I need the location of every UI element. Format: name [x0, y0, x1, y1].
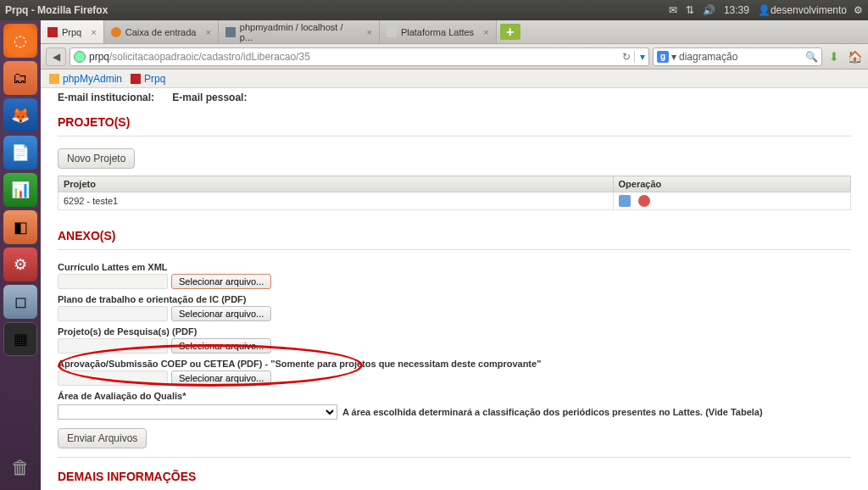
- enviar-arquivos-button[interactable]: Enviar Arquivos: [58, 428, 147, 448]
- home-icon[interactable]: 🏠: [846, 48, 863, 65]
- file-button-curriculo[interactable]: Selecionar arquivo...: [171, 274, 271, 289]
- close-tab-icon[interactable]: ×: [205, 27, 210, 37]
- search-bar[interactable]: g ▾ diagramação 🔍: [653, 47, 822, 66]
- url-host: prpq: [89, 51, 109, 63]
- tab-inbox[interactable]: Caixa de entrada ×: [104, 20, 219, 43]
- file-slot-curriculo: [58, 274, 168, 289]
- bookmark-phpmyadmin[interactable]: phpMyAdmin: [49, 73, 122, 85]
- unity-launcher: ◌ 🗂 🦊 📄 📊 ◧ ⚙ ◻ ▦ 🗑: [0, 20, 41, 490]
- file-button-projetos[interactable]: Selecionar arquivo...: [171, 338, 271, 354]
- projetos-table: Projeto Operação 6292 - teste1: [58, 175, 851, 210]
- tab-phpmyadmin[interactable]: phpmyadmin / localhost / p... ×: [219, 20, 380, 43]
- writer-icon[interactable]: 📄: [3, 136, 37, 170]
- url-bar[interactable]: prpq/solicitacaopadraoic/cadastro/idLibe…: [70, 47, 649, 66]
- mail-indicator-icon[interactable]: ✉: [669, 4, 677, 16]
- system-menubar: Prpq - Mozilla Firefox ✉ ⇅ 🔊 13:39 👤 des…: [0, 0, 868, 20]
- qualis-note: A área escolhida determinará a classific…: [342, 407, 763, 417]
- favicon-inbox-icon: [111, 27, 121, 37]
- close-tab-icon[interactable]: ×: [91, 27, 96, 37]
- close-tab-icon[interactable]: ×: [366, 27, 371, 37]
- files-icon[interactable]: 🗂: [3, 61, 37, 95]
- file-button-aprov[interactable]: Selecionar arquivo...: [171, 370, 271, 386]
- workspace-switcher-icon[interactable]: ▦: [3, 322, 37, 356]
- th-operacao: Operação: [613, 176, 851, 192]
- novo-projeto-button[interactable]: Novo Projeto: [58, 148, 135, 169]
- sound-icon[interactable]: 🔊: [703, 4, 715, 16]
- favicon-prpq-icon: [47, 27, 58, 37]
- file-slot-aprov: [58, 370, 168, 386]
- favicon-pma-icon: [225, 27, 236, 37]
- app2-icon[interactable]: ◻: [3, 285, 37, 319]
- favicon-lattes-icon: [387, 27, 397, 37]
- edit-icon[interactable]: [619, 195, 631, 207]
- dash-icon[interactable]: ◌: [3, 24, 37, 58]
- firefox-icon[interactable]: 🦊: [3, 98, 37, 132]
- bookmarks-toolbar: phpMyAdmin Prpq: [41, 70, 868, 88]
- firefox-window: Prpq × Caixa de entrada × phpmyadmin / l…: [41, 20, 868, 490]
- section-demais: DEMAIS INFORMAÇÕES: [58, 470, 851, 483]
- go-button[interactable]: ▾: [634, 51, 645, 63]
- app-icon[interactable]: ◧: [3, 210, 37, 244]
- search-go-icon[interactable]: 🔍: [805, 51, 818, 63]
- table-row: 6292 - teste1: [58, 192, 851, 210]
- th-projeto: Projeto: [58, 176, 614, 192]
- divider: [58, 457, 851, 458]
- divider: [58, 249, 851, 250]
- search-term: diagramação: [679, 51, 737, 63]
- tab-strip: Prpq × Caixa de entrada × phpmyadmin / l…: [41, 20, 868, 44]
- tab-lattes[interactable]: Plataforma Lattes ×: [380, 20, 497, 43]
- new-tab-button[interactable]: +: [500, 24, 520, 40]
- file-slot-projetos: [58, 338, 168, 354]
- cell-projeto: 6292 - teste1: [58, 192, 614, 210]
- settings-icon[interactable]: ⚙: [3, 248, 37, 281]
- bookmark-pma-icon: [49, 74, 59, 84]
- clock[interactable]: 13:39: [724, 4, 749, 16]
- url-path: /solicitacaopadraoic/cadastro/idLiberaca…: [109, 51, 310, 63]
- tab-prpq[interactable]: Prpq ×: [41, 20, 104, 43]
- email-labels: E-mail institucional: E-mail pessoal:: [58, 92, 851, 103]
- window-title: Prpq - Mozilla Firefox: [5, 4, 108, 16]
- google-engine-icon[interactable]: g: [657, 51, 669, 63]
- label-projetos-pdf: Projeto(s) de Pesquisa(s) (PDF): [58, 326, 851, 337]
- navigation-toolbar: ◀ prpq/solicitacaopadraoic/cadastro/idLi…: [41, 44, 868, 70]
- label-qualis: Área de Avaliação do Qualis*: [58, 391, 851, 401]
- section-anexos: ANEXO(S): [58, 229, 851, 242]
- network-icon[interactable]: ⇅: [686, 4, 694, 16]
- site-identity-icon[interactable]: [74, 51, 86, 63]
- system-gear-icon[interactable]: ⚙: [854, 4, 863, 16]
- delete-icon[interactable]: [638, 195, 650, 207]
- user-menu[interactable]: 👤 desenvolvimento: [758, 4, 847, 16]
- close-tab-icon[interactable]: ×: [483, 27, 488, 37]
- bookmark-prpq[interactable]: Prpq: [131, 73, 165, 85]
- label-plano: Plano de trabalho e orientação de IC (PD…: [58, 294, 851, 304]
- label-aprovacao: Aprovação/Submissão COEP ou CETEA (PDF) …: [58, 359, 851, 369]
- qualis-select[interactable]: [58, 404, 337, 420]
- label-curriculo: Currículo Lattes em XML: [58, 262, 851, 272]
- section-projetos: PROJETO(S): [58, 115, 851, 129]
- file-slot-plano: [58, 306, 168, 321]
- calc-icon[interactable]: 📊: [3, 173, 37, 207]
- bookmark-prpq-icon: [131, 74, 141, 84]
- trash-icon[interactable]: 🗑: [3, 451, 37, 485]
- file-button-plano[interactable]: Selecionar arquivo...: [171, 306, 271, 321]
- downloads-icon[interactable]: ⬇: [826, 48, 843, 65]
- reload-icon[interactable]: ↻: [619, 51, 634, 63]
- divider: [58, 136, 851, 136]
- back-button[interactable]: ◀: [46, 47, 66, 66]
- page-content: E-mail institucional: E-mail pessoal: PR…: [41, 88, 868, 490]
